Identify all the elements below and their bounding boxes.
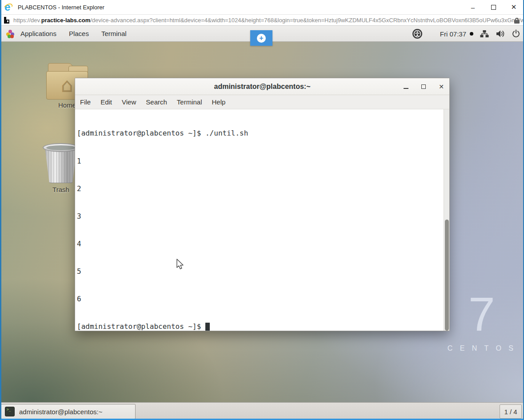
site-favicon	[4, 17, 9, 24]
workspace-pager[interactable]: 1 / 4	[500, 404, 522, 419]
terminal-line: 3	[77, 212, 442, 221]
network-icon[interactable]	[480, 29, 489, 38]
maximize-icon	[421, 84, 426, 89]
mouse-cursor-icon	[175, 259, 186, 273]
ie-titlebar: e PLABCENTOS - Internet Explorer – ✕	[0, 0, 524, 14]
clock-widget[interactable]: Fri 07:37	[440, 30, 473, 38]
terminal-line: 1	[77, 157, 442, 166]
house-glyph-icon: ⌂	[61, 76, 73, 95]
terminal-menu-terminal[interactable]: Terminal	[172, 95, 207, 109]
volume-icon[interactable]	[496, 29, 505, 38]
ie-address-bar[interactable]: https://dev.practice-labs.com/device-adv…	[0, 14, 524, 26]
lock-body	[514, 20, 520, 24]
ie-browser-window: e PLABCENTOS - Internet Explorer – ✕ htt…	[0, 0, 524, 420]
favicon-shape	[7, 20, 8, 22]
terminal-menu-help[interactable]: Help	[207, 95, 231, 109]
desktop: ⌂ Home Trash 7 C E N T O S administrator…	[0, 42, 524, 402]
terminal-menu-edit[interactable]: Edit	[96, 95, 117, 109]
ie-window-controls: – ✕	[463, 0, 524, 14]
plus-glyph: +	[259, 35, 263, 42]
applications-menu-icon	[6, 30, 14, 38]
terminal-maximize-button[interactable]	[420, 83, 427, 90]
ie-maximize-button[interactable]	[483, 0, 504, 14]
taskbar-item-label: administrator@plabcentos:~	[19, 408, 102, 416]
terminal-window: administrator@plabcentos:~ ✕ File Edit V…	[75, 78, 450, 331]
terminal-menu-file[interactable]: File	[75, 95, 96, 109]
terminal-minimize-button[interactable]	[402, 83, 409, 90]
notification-dot-icon	[470, 32, 473, 36]
terminal-close-button[interactable]: ✕	[438, 83, 445, 90]
accessibility-icon[interactable]	[412, 29, 422, 39]
terminal-line: [administrator@plabcentos ~]$ ./until.sh	[77, 129, 442, 138]
topbar-status-area: Fri 07:37	[412, 26, 520, 42]
centos-7-number: 7	[448, 290, 516, 338]
terminal-line: 2	[77, 184, 442, 194]
power-icon[interactable]	[512, 29, 520, 38]
terminal-window-title: administrator@plabcentos:~	[214, 83, 311, 91]
terminal-line: 5	[77, 267, 442, 276]
centos-watermark: 7 C E N T O S	[448, 290, 516, 352]
terminal-output[interactable]: [administrator@plabcentos ~]$ ./until.sh…	[75, 109, 449, 331]
ie-minimize-button[interactable]: –	[463, 0, 483, 14]
terminal-titlebar[interactable]: administrator@plabcentos:~ ✕	[75, 78, 449, 95]
menu-applications[interactable]: Applications	[14, 26, 63, 42]
terminal-menu-view[interactable]: View	[117, 95, 141, 109]
terminal-cursor	[205, 323, 210, 331]
terminal-scrollbar-thumb[interactable]	[445, 220, 449, 331]
taskbar-item-terminal[interactable]: >_ administrator@plabcentos:~	[1, 404, 136, 419]
url-text[interactable]: https://dev.practice-labs.com/device-adv…	[13, 17, 524, 24]
minimize-icon	[404, 88, 408, 89]
trash-rim-inner	[46, 145, 76, 150]
terminal-prompt: [administrator@plabcentos ~]$	[77, 322, 205, 331]
menu-places[interactable]: Places	[63, 26, 95, 42]
url-scheme: https://	[13, 17, 31, 24]
internet-explorer-icon: e	[4, 2, 13, 12]
lab-toolbar-expand-button[interactable]: +	[250, 30, 272, 46]
url-path: /device-advanced.aspx?client=html&device…	[90, 17, 524, 24]
ie-close-button[interactable]: ✕	[504, 0, 524, 14]
terminal-window-controls: ✕	[402, 78, 445, 95]
clock-text: Fri 07:37	[440, 30, 466, 38]
ssl-lock-icon	[514, 18, 520, 24]
terminal-menu-search[interactable]: Search	[141, 95, 172, 109]
trash-body	[45, 148, 77, 183]
plus-circle-icon: +	[257, 34, 266, 43]
ie-window-title: PLABCENTOS - Internet Explorer	[18, 4, 104, 11]
taskbar: >_ administrator@plabcentos:~ 1 / 4	[0, 402, 524, 420]
terminal-line: 4	[77, 240, 442, 249]
terminal-icon-glyph: >_	[7, 408, 11, 412]
terminal-menubar: File Edit View Search Terminal Help	[75, 95, 449, 109]
maximize-icon	[491, 5, 496, 10]
menu-terminal[interactable]: Terminal	[95, 26, 133, 42]
terminal-prompt-line: [administrator@plabcentos ~]$	[77, 322, 442, 331]
terminal-line: 6	[77, 295, 442, 304]
url-subdomain: dev.	[31, 17, 41, 24]
terminal-app-icon: >_	[5, 407, 15, 416]
centos-brand-text: C E N T O S	[448, 344, 516, 352]
url-domain: practice-labs.com	[41, 17, 91, 24]
terminal-scrollbar[interactable]	[444, 109, 449, 331]
